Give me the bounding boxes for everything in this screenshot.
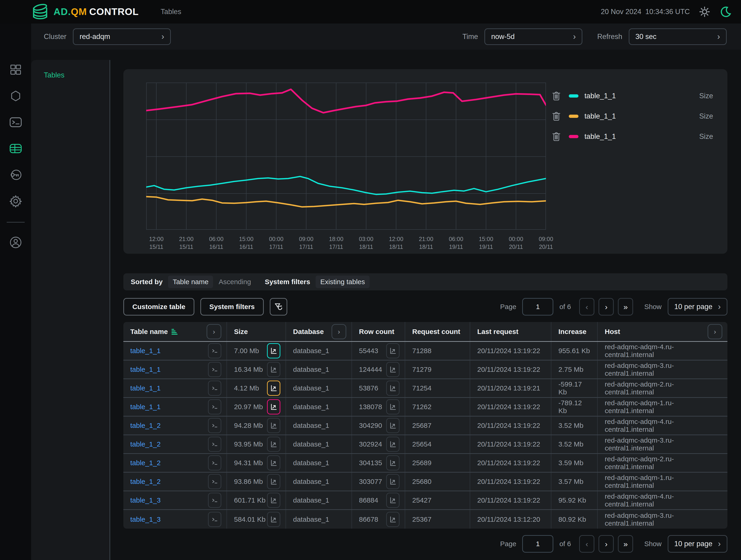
column-title: Table name [130, 328, 168, 335]
plot-size-chart-icon-button[interactable] [267, 399, 280, 415]
plot-row-count-chart-icon-button[interactable] [386, 512, 400, 527]
table-cell: 584.01 Kb [227, 510, 286, 528]
open-terminal-icon-button[interactable] [208, 343, 221, 358]
plot-size-chart-icon-button[interactable] [267, 437, 280, 452]
table-name-link[interactable]: table_1_2 [130, 422, 161, 429]
hexagon-nodes-icon[interactable] [9, 89, 22, 103]
plot-row-count-chart-icon-button[interactable] [386, 362, 400, 377]
table-cell: red-adqmc-adqm-2.ru-central1.internal [598, 379, 727, 397]
table-cell: 955.61 Kb [551, 342, 598, 360]
next-page-button[interactable]: › [599, 298, 614, 315]
column-filter-chevron-button[interactable]: › [332, 324, 346, 339]
profile-icon[interactable] [9, 236, 22, 249]
per-page-select-bottom[interactable]: 10 per page › [668, 535, 727, 553]
key-icon[interactable] [9, 168, 22, 182]
prev-page-button-bottom[interactable]: ‹ [579, 535, 594, 553]
table-cell: database_1 [286, 417, 352, 435]
row-count-value: 304290 [359, 422, 382, 429]
plot-row-count-chart-icon-button[interactable] [386, 493, 400, 508]
table-name-link[interactable]: table_1_2 [130, 478, 161, 486]
open-terminal-icon-button[interactable] [208, 512, 221, 527]
page-number-input[interactable] [522, 298, 553, 315]
refresh-interval-select[interactable]: 30 sec › [629, 28, 727, 45]
open-terminal-icon-button[interactable] [208, 418, 221, 433]
time-range-select[interactable]: now-5d › [484, 28, 582, 45]
reset-filters-icon-button[interactable] [270, 298, 287, 315]
last-request-value: 20/11/2024 13:12:20 [477, 515, 540, 523]
page-number-input-bottom[interactable] [522, 535, 553, 553]
plot-size-chart-icon-button[interactable] [267, 512, 280, 527]
plot-row-count-chart-icon-button[interactable] [386, 343, 400, 358]
x-axis-tick: 15:0019/11 [479, 235, 493, 251]
table-name-link[interactable]: table_1_1 [130, 366, 161, 373]
table-name-link[interactable]: table_1_2 [130, 440, 161, 448]
plot-size-chart-icon-button[interactable] [267, 381, 280, 396]
plot-row-count-chart-icon-button[interactable] [386, 399, 400, 415]
increase-value: 95.92 Kb [558, 496, 586, 504]
dark-theme-moon-icon[interactable] [719, 6, 732, 18]
last-page-button[interactable]: » [618, 298, 633, 315]
column-header-row-count: Row count [352, 322, 405, 341]
system-filters-button[interactable]: System filters [200, 298, 264, 315]
plot-row-count-chart-icon-button[interactable] [386, 437, 400, 452]
open-terminal-icon-button[interactable] [208, 493, 221, 508]
open-terminal-icon-button[interactable] [208, 362, 221, 377]
plot-size-chart-icon-button[interactable] [267, 493, 280, 508]
host-value: red-adqmc-adqm-4.ru-central1.internal [605, 418, 722, 433]
table-name-link[interactable]: table_1_1 [130, 384, 161, 392]
plot-size-chart-icon-button[interactable] [267, 418, 280, 433]
light-theme-sun-icon[interactable] [698, 6, 711, 18]
remove-series-trash-icon[interactable] [552, 111, 561, 121]
tables-icon[interactable] [9, 142, 22, 155]
next-page-button-bottom[interactable]: › [599, 535, 614, 553]
column-filter-chevron-button[interactable]: › [207, 324, 221, 339]
table-name-link[interactable]: table_1_3 [130, 496, 161, 504]
table-cell: database_1 [286, 361, 352, 378]
plot-size-chart-icon-button[interactable] [267, 343, 280, 358]
page-label: Page [500, 303, 516, 311]
open-terminal-icon-button[interactable] [208, 455, 221, 471]
open-terminal-icon-button[interactable] [208, 474, 221, 489]
sort-direction[interactable]: Ascending [218, 278, 251, 286]
table-cell: 303077 [352, 473, 405, 491]
table-cell: 71254 [405, 379, 470, 397]
column-header-table-name[interactable]: Table name› [123, 322, 227, 341]
table-cell: table_1_3 [123, 510, 227, 528]
table-name-link[interactable]: table_1_2 [130, 459, 161, 467]
series-color-swatch [569, 135, 579, 138]
prev-page-button[interactable]: ‹ [579, 298, 594, 315]
terminal-icon[interactable] [9, 115, 22, 129]
last-page-button-bottom[interactable]: » [618, 535, 633, 553]
per-page-select[interactable]: 10 per page › [668, 298, 727, 315]
table-name-link[interactable]: table_1_1 [130, 347, 161, 355]
plot-row-count-chart-icon-button[interactable] [386, 455, 400, 471]
sidebar-item-tables[interactable]: Tables [44, 71, 110, 79]
cluster-select[interactable]: red-adqm › [73, 28, 171, 45]
sort-field-chip[interactable]: Table name [168, 275, 213, 288]
remove-series-trash-icon[interactable] [552, 91, 561, 101]
table-cell: 94.28 Mb [227, 417, 286, 435]
plot-row-count-chart-icon-button[interactable] [386, 474, 400, 489]
open-terminal-icon-button[interactable] [208, 399, 221, 415]
plot-size-chart-icon-button[interactable] [267, 474, 280, 489]
size-value: 584.01 Kb [234, 515, 266, 523]
column-filter-chevron-button[interactable]: › [708, 324, 722, 339]
table-cell: 20/11/2024 13:19:22 [470, 417, 551, 435]
plot-row-count-chart-icon-button[interactable] [386, 418, 400, 433]
settings-gear-icon[interactable] [9, 194, 22, 208]
chart-canvas [146, 82, 546, 230]
table-name-link[interactable]: table_1_1 [130, 403, 161, 411]
plot-size-chart-icon-button[interactable] [267, 455, 280, 471]
dashboard-icon[interactable] [9, 63, 22, 76]
open-terminal-icon-button[interactable] [208, 381, 221, 396]
plot-size-chart-icon-button[interactable] [267, 362, 280, 377]
pagination-top: Page of 6 ‹ › » Show 10 per page › [500, 298, 727, 315]
plot-row-count-chart-icon-button[interactable] [386, 381, 400, 396]
open-terminal-icon-button[interactable] [208, 437, 221, 452]
last-request-value: 20/11/2024 13:19:22 [477, 403, 540, 411]
table-name-link[interactable]: table_1_3 [130, 515, 161, 523]
customize-table-button[interactable]: Customize table [123, 298, 194, 315]
system-filters-chip[interactable]: Existing tables [316, 275, 369, 288]
remove-series-trash-icon[interactable] [552, 131, 561, 142]
database-value: database_1 [293, 459, 329, 467]
